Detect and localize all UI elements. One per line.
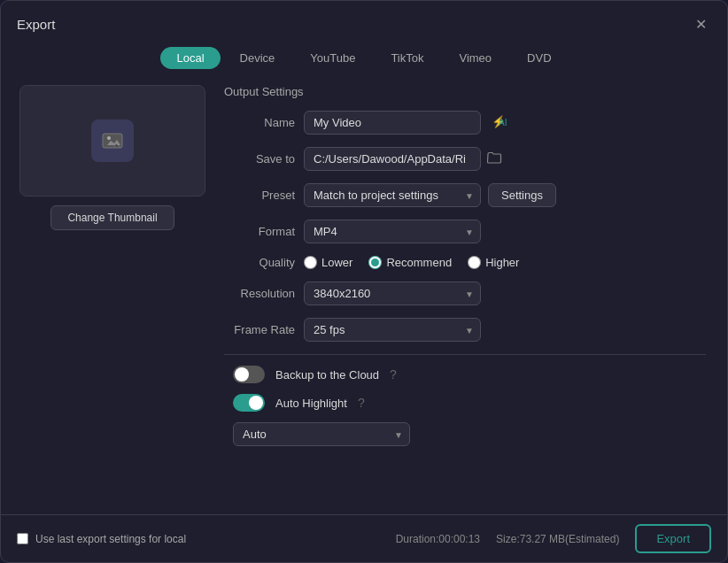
- backup-help-icon[interactable]: ?: [390, 367, 397, 382]
- quality-higher-option[interactable]: Higher: [468, 256, 519, 269]
- tab-device[interactable]: Device: [224, 47, 291, 69]
- last-settings-label: Use last export settings for local: [35, 533, 186, 545]
- ai-icon[interactable]: ⚡ AI: [490, 112, 507, 133]
- autohighlight-toggle-knob: [249, 396, 263, 410]
- path-row: [304, 147, 502, 171]
- auto-select[interactable]: Auto: [233, 422, 410, 446]
- framerate-label: Frame Rate: [224, 323, 295, 336]
- quality-lower-radio[interactable]: [304, 256, 317, 269]
- duration-info: Duration:00:00:13: [396, 533, 480, 545]
- autohighlight-help-icon[interactable]: ?: [358, 396, 365, 410]
- framerate-row: Frame Rate 25 fps ▼: [224, 318, 706, 342]
- left-panel: Change Thumbnail: [15, 85, 210, 507]
- title-bar: Export ✕: [1, 1, 727, 43]
- svg-rect-0: [103, 134, 122, 148]
- backup-row: Backup to the Cloud ?: [224, 366, 706, 383]
- footer-right: Duration:00:00:13 Size:73.27 MB(Estimate…: [396, 524, 711, 553]
- quality-higher-label: Higher: [485, 256, 519, 269]
- export-dialog: Export ✕ Local Device YouTube TikTok Vim…: [0, 0, 728, 563]
- size-info: Size:73.27 MB(Estimated): [496, 533, 619, 545]
- format-label: Format: [224, 225, 295, 238]
- folder-icon[interactable]: [486, 150, 502, 169]
- save-to-label: Save to: [224, 152, 295, 166]
- framerate-select[interactable]: 25 fps: [304, 318, 481, 342]
- footer: Use last export settings for local Durat…: [1, 514, 727, 562]
- thumbnail-preview: [19, 85, 205, 197]
- save-to-row: Save to: [224, 147, 706, 171]
- auto-select-row: Auto ▼: [224, 422, 706, 446]
- name-input[interactable]: [304, 111, 481, 135]
- format-select[interactable]: MP4: [304, 220, 481, 243]
- dialog-title: Export: [17, 17, 55, 32]
- quality-recommend-option[interactable]: Recommend: [368, 256, 452, 269]
- resolution-select-wrap: 3840x2160 ▼: [304, 282, 481, 305]
- tab-dvd[interactable]: DVD: [511, 47, 567, 69]
- preset-select-wrap: Match to project settings ▼: [304, 183, 481, 207]
- svg-point-1: [107, 136, 111, 140]
- quality-row: Quality Lower Recommend Higher: [224, 256, 706, 269]
- name-row: Name ⚡ AI: [224, 111, 706, 135]
- tab-local[interactable]: Local: [160, 47, 220, 69]
- quality-recommend-label: Recommend: [386, 256, 452, 269]
- footer-left: Use last export settings for local: [17, 533, 186, 545]
- quality-options: Lower Recommend Higher: [304, 256, 519, 269]
- resolution-label: Resolution: [224, 287, 295, 300]
- backup-toggle-knob: [235, 367, 249, 382]
- autohighlight-toggle[interactable]: [233, 394, 265, 412]
- tabs-container: Local Device YouTube TikTok Vimeo DVD: [1, 43, 727, 78]
- settings-button[interactable]: Settings: [488, 183, 556, 207]
- tab-youtube[interactable]: YouTube: [294, 47, 371, 69]
- format-select-wrap: MP4 ▼: [304, 220, 481, 243]
- quality-higher-radio[interactable]: [468, 256, 481, 269]
- quality-lower-label: Lower: [321, 256, 352, 269]
- autohighlight-label: Auto Highlight: [275, 397, 347, 410]
- last-settings-checkbox[interactable]: [17, 533, 28, 544]
- name-label: Name: [224, 116, 295, 129]
- preset-select[interactable]: Match to project settings: [304, 183, 481, 207]
- quality-lower-option[interactable]: Lower: [304, 256, 352, 269]
- save-path-input[interactable]: [304, 147, 481, 171]
- section-title: Output Settings: [224, 85, 706, 98]
- thumbnail-icon: [91, 120, 134, 162]
- quality-label: Quality: [224, 256, 295, 269]
- preset-row: Preset Match to project settings ▼ Setti…: [224, 183, 706, 207]
- change-thumbnail-button[interactable]: Change Thumbnail: [50, 205, 174, 230]
- backup-toggle[interactable]: [233, 366, 265, 383]
- resolution-select[interactable]: 3840x2160: [304, 282, 481, 305]
- quality-recommend-radio[interactable]: [368, 256, 382, 269]
- export-button[interactable]: Export: [635, 524, 711, 553]
- divider: [224, 354, 706, 355]
- svg-text:AI: AI: [499, 118, 507, 127]
- framerate-select-wrap: 25 fps ▼: [304, 318, 481, 342]
- close-button[interactable]: ✕: [690, 13, 711, 35]
- format-row: Format MP4 ▼: [224, 220, 706, 243]
- backup-label: Backup to the Cloud: [275, 368, 379, 382]
- right-panel: Output Settings Name ⚡ AI Save to: [224, 85, 713, 507]
- autohighlight-row: Auto Highlight ?: [224, 394, 706, 412]
- main-content: Change Thumbnail Output Settings Name ⚡ …: [1, 78, 727, 507]
- tab-tiktok[interactable]: TikTok: [375, 47, 439, 69]
- preset-controls: Match to project settings ▼ Settings: [304, 183, 556, 207]
- tab-vimeo[interactable]: Vimeo: [443, 47, 507, 69]
- preset-label: Preset: [224, 189, 295, 202]
- auto-select-wrap: Auto ▼: [233, 422, 410, 446]
- resolution-row: Resolution 3840x2160 ▼: [224, 282, 706, 305]
